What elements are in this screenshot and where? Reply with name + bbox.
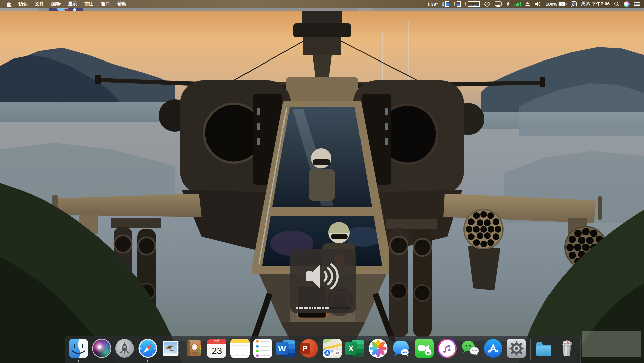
battery-menu[interactable]: 100% [546,0,567,8]
word-letter: W [278,344,286,353]
menu-window[interactable]: 窗口 [97,0,114,8]
dock-calendar[interactable]: 11月 23 [207,339,226,358]
notification-list-icon [634,2,640,7]
launchpad-rocket-icon [115,339,134,358]
dock-launchpad[interactable] [115,339,134,358]
excel-letter: X [348,344,354,353]
dock-powerpoint[interactable]: P [299,339,318,358]
volume-menu[interactable] [535,0,541,8]
cartoon-red-shape [64,9,69,11]
dock-excel[interactable]: X [345,339,365,358]
apple-menu[interactable] [3,0,15,8]
photos-flower-icon [369,339,388,358]
mem-gauge [457,1,461,7]
menu-file[interactable]: 文件 [31,0,48,8]
dock-siri[interactable] [92,339,111,358]
dock-wechat[interactable] [461,339,480,358]
powerpoint-letter: P [303,344,308,353]
siri-icon [92,339,111,358]
battery-charging-icon [558,2,567,6]
dock-contacts[interactable] [184,339,203,358]
system-preferences-gear-icon [507,339,526,358]
signal-bars-icon [514,2,521,6]
dock-safari[interactable] [138,339,157,358]
dock-reminders[interactable] [253,339,272,358]
calendar-icon: 11月 23 [207,339,226,358]
contacts-book-icon [184,339,203,358]
speaker-volume-icon [305,258,342,299]
dock-trash[interactable] [557,339,576,358]
wechat-icon [461,339,480,358]
menu-app-name[interactable]: 访达 [15,0,31,8]
mem-label: MEM [454,2,456,7]
menu-bar-status-area: SEN 38° SSD MEM CPU [428,0,644,8]
ssd-gauge [445,1,449,7]
folder-icon [534,339,553,358]
dock-folder[interactable] [534,339,553,358]
airplay-display-icon [495,1,502,7]
apple-logo-icon [6,1,11,7]
maps-3d-label: 3D [335,351,339,355]
clock-menu[interactable]: 周六 下午7:06 [581,1,610,7]
dock-word[interactable]: W [276,339,296,358]
menu-help[interactable]: 帮助 [114,0,130,8]
spotlight-menu[interactable] [614,0,619,8]
messages-bubble-icon [391,339,411,358]
app-store-icon [484,339,503,358]
calendar-day: 23 [207,344,226,358]
cpu-histogram [468,1,480,7]
dock-mail[interactable] [161,339,180,358]
search-icon [614,1,619,7]
edge-strip-segment [0,8,38,11]
dock-music[interactable] [438,339,457,358]
input-method-menu[interactable]: 拼 [571,1,577,7]
reminders-icon [253,339,272,358]
siri-menu[interactable] [624,1,630,7]
menu-go[interactable]: 前往 [81,0,97,8]
signal-strength-menu[interactable] [514,0,521,8]
sensor-label: SEN [428,2,430,7]
dock-finder[interactable] [69,339,88,358]
cpu-gauge-widget[interactable]: CPU [465,0,480,8]
airplay-display-menu[interactable] [495,0,502,8]
trash-full-icon [557,339,576,358]
menu-bar-left: 访达 文件 编辑 显示 前往 窗口 帮助 [0,0,130,8]
dock-facetime[interactable] [415,339,434,358]
ssd-label: SSD [442,2,444,7]
dock-notes[interactable] [230,339,250,358]
excel-icon: X [345,339,365,358]
word-icon: W [276,339,296,358]
background-window-cartoon [49,8,83,11]
time-machine-menu[interactable] [484,0,490,8]
dock-photos[interactable] [369,339,388,358]
itunes-music-icon [438,339,457,358]
background-window-edge [0,8,644,11]
dock-system-preferences[interactable] [507,339,526,358]
temperature-widget[interactable]: SEN 38° [428,0,438,8]
ssd-gauge-widget[interactable]: SSD [442,0,449,8]
menu-bar: 访达 文件 编辑 显示 前往 窗口 帮助 SEN 38° SSD MEM CPU [0,0,644,8]
finder-icon [69,339,88,358]
eject-menu[interactable] [525,0,530,8]
time-machine-icon [484,1,490,7]
calendar-month: 11月 [207,339,226,344]
volume-hud-overlay [290,249,356,313]
dock-messages[interactable] [391,339,411,358]
menu-view[interactable]: 显示 [64,0,81,8]
bluetooth-menu[interactable] [506,0,510,8]
battery-percent: 100% [546,2,557,7]
desktop: 访达 文件 编辑 显示 前往 窗口 帮助 SEN 38° SSD MEM CPU [0,0,644,363]
volume-icon [535,1,541,7]
bluetooth-icon [506,1,510,7]
dock-divider [530,339,531,360]
facetime-icon [415,339,434,358]
dock: 11月 23 W P [65,336,581,363]
dock-app-store[interactable] [484,339,503,358]
menu-edit[interactable]: 编辑 [48,0,64,8]
notification-center-menu[interactable] [634,0,640,8]
dock-maps[interactable]: 3D [323,339,342,358]
notes-icon [230,339,250,358]
memory-gauge-widget[interactable]: MEM [454,0,461,8]
mail-stamp-icon [161,339,180,358]
hazy-highlight-patch [582,331,641,357]
